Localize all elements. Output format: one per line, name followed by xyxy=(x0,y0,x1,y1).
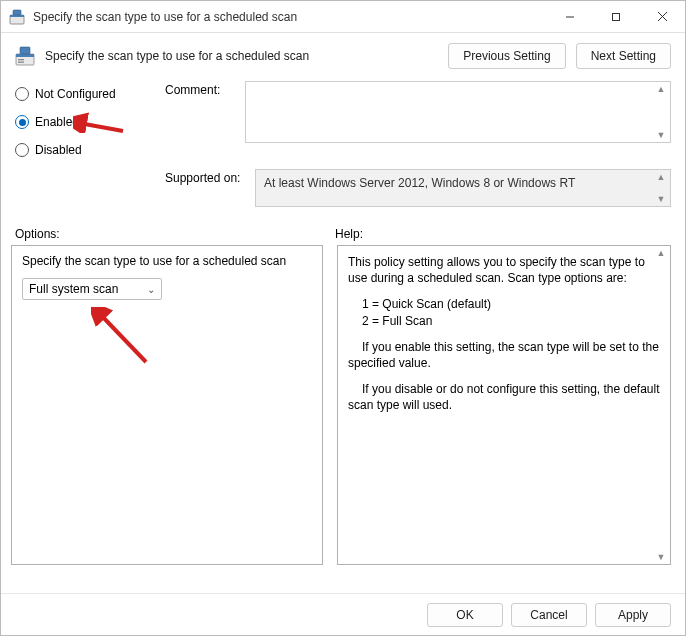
select-value: Full system scan xyxy=(29,282,118,296)
radio-label: Disabled xyxy=(35,143,82,157)
footer-buttons: OK Cancel Apply xyxy=(1,593,685,635)
radio-label: Not Configured xyxy=(35,87,116,101)
scroll-down-icon: ▼ xyxy=(654,194,668,204)
supported-label: Supported on: xyxy=(165,169,255,185)
close-button[interactable] xyxy=(639,1,685,33)
help-p3: 2 = Full Scan xyxy=(362,313,660,329)
right-fields: Comment: ▲ ▼ Supported on: At least Wind… xyxy=(165,81,671,213)
svg-rect-10 xyxy=(18,59,24,60)
panes: Specify the scan type to use for a sched… xyxy=(1,245,685,565)
scan-type-select[interactable]: Full system scan ⌄ xyxy=(22,278,162,300)
scroll-up-icon: ▲ xyxy=(654,172,668,182)
help-text: This policy setting allows you to specif… xyxy=(348,254,660,414)
supported-row: Supported on: At least Windows Server 20… xyxy=(165,169,671,207)
options-pane: Specify the scan type to use for a sched… xyxy=(11,245,323,565)
scroll-up-icon: ▲ xyxy=(654,248,668,258)
titlebar: Specify the scan type to use for a sched… xyxy=(1,1,685,33)
radio-disabled[interactable]: Disabled xyxy=(15,143,165,157)
state-radio-group: Not Configured Enabled Disabled xyxy=(15,81,165,213)
comment-textarea[interactable]: ▲ ▼ xyxy=(245,81,671,143)
header-subtitle: Specify the scan type to use for a sched… xyxy=(45,49,309,63)
help-p2: 1 = Quick Scan (default) xyxy=(362,296,660,312)
chevron-down-icon: ⌄ xyxy=(147,284,155,295)
scroll-up-icon: ▲ xyxy=(654,84,668,94)
scrollbar[interactable]: ▲ ▼ xyxy=(654,248,668,562)
next-setting-button[interactable]: Next Setting xyxy=(576,43,671,69)
radio-icon xyxy=(15,115,29,129)
help-pane: This policy setting allows you to specif… xyxy=(337,245,671,565)
minimize-button[interactable] xyxy=(547,1,593,33)
window-controls xyxy=(547,1,685,33)
scroll-down-icon: ▼ xyxy=(654,552,668,562)
window-title: Specify the scan type to use for a sched… xyxy=(33,10,297,24)
options-label: Options: xyxy=(15,227,335,241)
radio-label: Enabled xyxy=(35,115,79,129)
comment-label: Comment: xyxy=(165,81,245,97)
radio-not-configured[interactable]: Not Configured xyxy=(15,87,165,101)
svg-rect-11 xyxy=(18,62,24,63)
radio-enabled[interactable]: Enabled xyxy=(15,115,165,129)
apply-button[interactable]: Apply xyxy=(595,603,671,627)
help-p4: If you enable this setting, the scan typ… xyxy=(348,339,660,371)
svg-rect-4 xyxy=(613,13,620,20)
config-area: Not Configured Enabled Disabled Comment:… xyxy=(1,77,685,213)
nav-buttons: Previous Setting Next Setting xyxy=(448,43,671,69)
ok-button[interactable]: OK xyxy=(427,603,503,627)
header-row: Specify the scan type to use for a sched… xyxy=(1,33,685,77)
policy-icon xyxy=(9,9,25,25)
svg-rect-9 xyxy=(20,47,30,54)
svg-rect-8 xyxy=(16,54,34,57)
radio-icon xyxy=(15,87,29,101)
maximize-button[interactable] xyxy=(593,1,639,33)
help-p1: This policy setting allows you to specif… xyxy=(348,254,660,286)
supported-on-box: At least Windows Server 2012, Windows 8 … xyxy=(255,169,671,207)
supported-on-text: At least Windows Server 2012, Windows 8 … xyxy=(264,176,575,190)
comment-row: Comment: ▲ ▼ xyxy=(165,81,671,143)
section-labels: Options: Help: xyxy=(1,213,685,245)
scrollbar: ▲ ▼ xyxy=(654,172,668,204)
scroll-down-icon: ▼ xyxy=(654,130,668,140)
previous-setting-button[interactable]: Previous Setting xyxy=(448,43,565,69)
cancel-button[interactable]: Cancel xyxy=(511,603,587,627)
scrollbar[interactable]: ▲ ▼ xyxy=(654,84,668,140)
svg-rect-1 xyxy=(10,15,24,17)
help-p5: If you disable or do not configure this … xyxy=(348,381,660,413)
options-caption: Specify the scan type to use for a sched… xyxy=(22,254,312,268)
radio-icon xyxy=(15,143,29,157)
policy-icon xyxy=(15,46,35,66)
svg-rect-2 xyxy=(13,10,21,15)
help-label: Help: xyxy=(335,227,363,241)
